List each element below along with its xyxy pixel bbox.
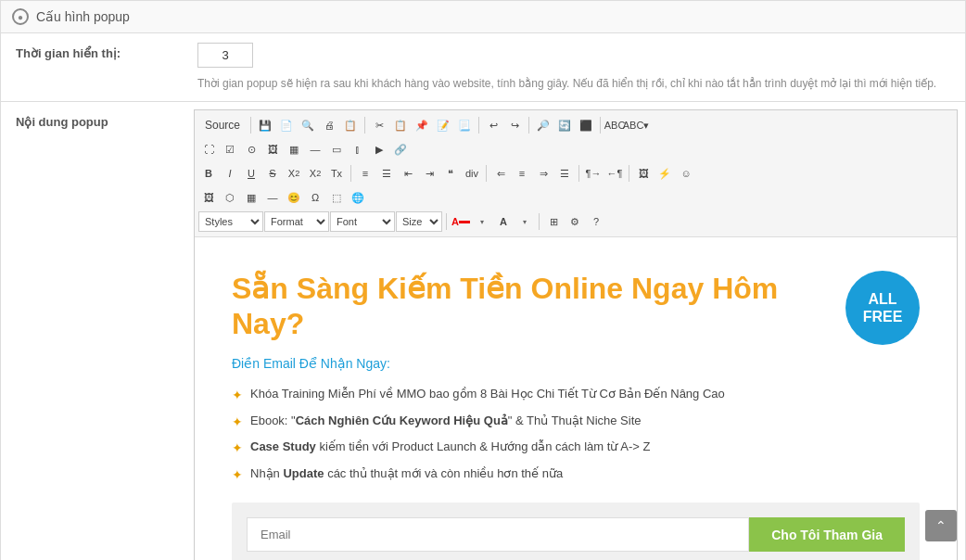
- ordered-list-btn[interactable]: ≡: [355, 163, 375, 184]
- align-right-btn[interactable]: ⇒: [533, 163, 553, 184]
- time-input[interactable]: [197, 43, 253, 68]
- config-btn[interactable]: ⚙: [565, 211, 585, 232]
- find-btn[interactable]: 🔎: [533, 115, 553, 135]
- separator-4: [528, 117, 529, 134]
- new-page-btn[interactable]: 📄: [276, 115, 297, 135]
- time-content: Thời gian popup sẽ hiện ra sau khi khách…: [186, 33, 965, 101]
- preview-btn[interactable]: 🔍: [298, 115, 318, 135]
- creatediv-btn[interactable]: div: [462, 163, 482, 184]
- link2-btn[interactable]: 🌐: [348, 187, 368, 208]
- toolbar-row-5: Styles Format Font Size A ▾: [198, 210, 953, 234]
- font-color-btn[interactable]: A: [451, 211, 471, 232]
- superscript-btn[interactable]: X2: [305, 163, 325, 184]
- submit-button[interactable]: Cho Tôi Tham Gia: [749, 517, 905, 552]
- separator-5: [600, 117, 601, 134]
- benefit-3: Case Study kiếm tiền với Product Launch …: [250, 439, 650, 455]
- column-btn[interactable]: ⫿: [348, 139, 368, 159]
- benefit-1: Khóa Training Miễn Phí về MMO bao gồm 8 …: [250, 386, 725, 402]
- source-button[interactable]: Source: [198, 116, 247, 134]
- format-select[interactable]: Format: [264, 211, 329, 232]
- styles-select[interactable]: Styles: [198, 211, 263, 232]
- print-btn[interactable]: 🖨: [319, 115, 339, 135]
- email-input[interactable]: [247, 517, 749, 552]
- help-btn[interactable]: ?: [586, 211, 606, 232]
- bold-btn[interactable]: B: [198, 163, 219, 184]
- flash-btn[interactable]: ⚡: [655, 163, 675, 184]
- undo-btn[interactable]: ↩: [483, 115, 503, 135]
- separator-7: [486, 165, 487, 182]
- paste-word-btn[interactable]: 📃: [454, 115, 475, 135]
- image-btn[interactable]: 🖼: [633, 163, 654, 184]
- subtitle-link[interactable]: Điền Email Để Nhận Ngay:: [232, 356, 920, 371]
- flash2-btn[interactable]: ⬡: [220, 187, 240, 208]
- special-char-btn[interactable]: Ω: [305, 187, 325, 208]
- smiley2-btn[interactable]: 😊: [284, 187, 304, 208]
- popup-content-label: Nội dung popup: [1, 102, 186, 560]
- section-icon: ●: [12, 8, 29, 25]
- copy-btn[interactable]: 📋: [390, 115, 411, 135]
- editor-content[interactable]: Sẵn Sàng Kiếm Tiền Online Ngay Hôm Nay? …: [195, 237, 957, 560]
- indent-btn[interactable]: ⇥: [419, 163, 439, 184]
- table-btn[interactable]: ▦: [284, 139, 304, 159]
- strikethrough-btn[interactable]: S: [262, 163, 283, 184]
- spellcheck-btn[interactable]: ABC: [604, 115, 625, 135]
- email-form: Cho Tôi Tham Gia: [232, 503, 920, 560]
- link-btn2[interactable]: 🔗: [390, 139, 411, 159]
- list-item: ✦ Ebook: "Cách Nghiên Cứu Keyword Hiệu Q…: [232, 413, 920, 432]
- paste-btn[interactable]: 📌: [412, 115, 432, 135]
- bold-update: Update: [283, 466, 324, 480]
- bg-color-arrow[interactable]: ▾: [515, 211, 535, 232]
- star-icon-2: ✦: [232, 414, 243, 432]
- checkbox-btn[interactable]: ☑: [220, 139, 240, 159]
- templates-btn[interactable]: 📋: [340, 115, 361, 135]
- benefit-4: Nhận Update các thủ thuật mới và còn nhi…: [250, 465, 563, 482]
- spellcheck2-btn[interactable]: ABC▾: [626, 115, 646, 135]
- image2-btn[interactable]: 🖼: [262, 139, 283, 159]
- font-select[interactable]: Font: [330, 211, 395, 232]
- maximize-btn[interactable]: ⛶: [198, 139, 219, 159]
- italic-btn[interactable]: I: [220, 163, 240, 184]
- badge-line1: ALL: [868, 290, 896, 308]
- paste-text-btn[interactable]: 📝: [433, 115, 453, 135]
- size-select[interactable]: Size: [396, 211, 442, 232]
- iframe-btn[interactable]: ▭: [326, 139, 347, 159]
- media-btn[interactable]: ▶: [369, 139, 389, 159]
- separator-11: [539, 213, 540, 230]
- popup-preview: Sẵn Sàng Kiếm Tiền Online Ngay Hôm Nay? …: [210, 252, 942, 560]
- about-btn[interactable]: ⊞: [543, 211, 564, 232]
- select-all-btn[interactable]: ⬛: [576, 115, 596, 135]
- blockquote-btn[interactable]: ❝: [440, 163, 461, 184]
- popup-headline: Sẵn Sàng Kiếm Tiền Online Ngay Hôm Nay? …: [232, 271, 920, 345]
- iframe2-btn[interactable]: ⬚: [326, 187, 347, 208]
- replace-btn[interactable]: 🔄: [554, 115, 575, 135]
- star-icon-3: ✦: [232, 439, 243, 458]
- toolbar-row-2: ⛶ ☑ ⊙ 🖼 ▦ — ▭ ⫿ ▶ 🔗: [198, 137, 953, 161]
- bidi-ltr-btn[interactable]: ¶→: [583, 163, 604, 184]
- underline-btn[interactable]: U: [241, 163, 261, 184]
- font-color-arrow[interactable]: ▾: [472, 211, 492, 232]
- scroll-to-top-button[interactable]: ⌃: [925, 510, 957, 541]
- bg-color-btn[interactable]: A: [493, 211, 514, 232]
- bidi-rtl-btn[interactable]: ←¶: [604, 163, 625, 184]
- align-left-btn[interactable]: ⇐: [490, 163, 511, 184]
- redo-btn[interactable]: ↪: [504, 115, 525, 135]
- time-label: Thời gian hiển thị:: [1, 33, 186, 101]
- toolbar-row-4: 🖼 ⬡ ▦ — 😊 Ω ⬚ 🌐: [198, 185, 953, 210]
- outdent-btn[interactable]: ⇤: [398, 163, 418, 184]
- hline-btn[interactable]: —: [305, 139, 325, 159]
- benefit-list: ✦ Khóa Training Miễn Phí về MMO bao gồm …: [232, 386, 920, 484]
- cut-btn[interactable]: ✂: [369, 115, 389, 135]
- hline2-btn[interactable]: —: [262, 187, 283, 208]
- smiley-btn[interactable]: ☺: [676, 163, 696, 184]
- unordered-list-btn[interactable]: ☰: [376, 163, 397, 184]
- subscript-btn[interactable]: X2: [284, 163, 304, 184]
- removeformat-btn[interactable]: Tx: [326, 163, 347, 184]
- align-justify-btn[interactable]: ☰: [554, 163, 575, 184]
- table2-btn[interactable]: ▦: [241, 187, 261, 208]
- placeholder-btn[interactable]: ⊙: [241, 139, 261, 159]
- save-btn[interactable]: 💾: [255, 115, 275, 135]
- align-center-btn[interactable]: ≡: [512, 163, 532, 184]
- section-title: Cấu hình popup: [36, 9, 130, 24]
- toolbar-row-3: B I U S X2 X2 Tx ≡ ☰ ⇤ ⇥ ❝ div: [198, 161, 953, 185]
- image3-btn[interactable]: 🖼: [198, 187, 219, 208]
